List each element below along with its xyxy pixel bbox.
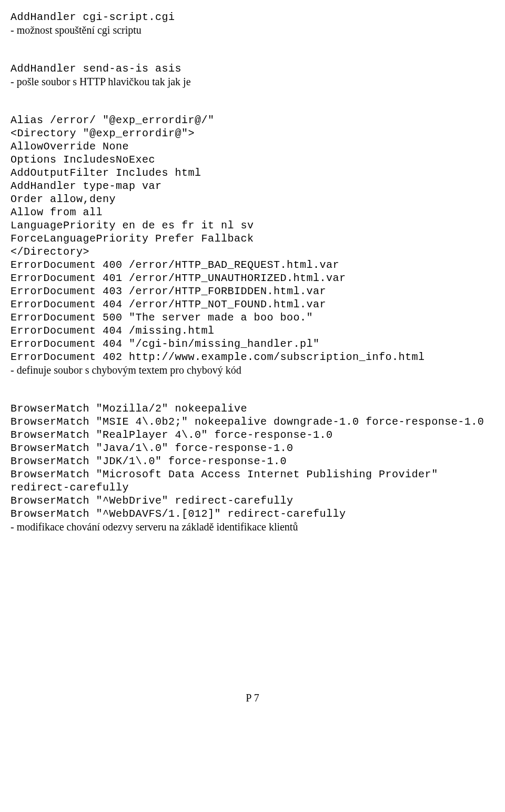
description-line: - definuje soubor s chybovým textem pro … [11, 364, 494, 377]
description-line: - pošle soubor s HTTP hlavičkou tak jak … [11, 75, 494, 88]
code-line: AddHandler cgi-script.cgi [11, 11, 494, 24]
code-line: Alias /error/ "@exp_errordir@/" [11, 114, 494, 127]
code-line: BrowserMatch "^WebDrive" redirect-carefu… [11, 494, 494, 507]
description-line: - možnost spouštění cgi scriptu [11, 24, 494, 37]
code-line: BrowserMatch "JDK/1\.0" force-response-1… [11, 455, 494, 468]
code-line: Options IncludesNoExec [11, 153, 494, 166]
code-line: BrowserMatch "RealPlayer 4\.0" force-res… [11, 428, 494, 442]
code-line: Allow from all [11, 206, 494, 219]
code-line: Order allow,deny [11, 193, 494, 206]
code-line: ErrorDocument 400 /error/HTTP_BAD_REQUES… [11, 258, 494, 272]
code-line: <Directory "@exp_errordir@"> [11, 127, 494, 140]
description-line: - modifikace chování odezvy serveru na z… [11, 520, 494, 534]
code-line: ErrorDocument 402 http://www.example.com… [11, 350, 494, 364]
code-line: ForceLanguagePriority Prefer Fallback [11, 232, 494, 245]
code-line: ErrorDocument 401 /error/HTTP_UNAUTHORIZ… [11, 272, 494, 285]
code-line: ErrorDocument 500 "The server made a boo… [11, 311, 494, 324]
code-line: AllowOverride None [11, 140, 494, 153]
code-line: ErrorDocument 404 /error/HTTP_NOT_FOUND.… [11, 298, 494, 311]
code-line: AddHandler type-map var [11, 179, 494, 193]
code-line: </Directory> [11, 245, 494, 258]
page-number: P 7 [11, 691, 494, 705]
code-line: BrowserMatch "Java/1\.0" force-response-… [11, 442, 494, 455]
code-line: BrowserMatch "^WebDAVFS/1.[012]" redirec… [11, 507, 494, 520]
code-line: AddHandler send-as-is asis [11, 62, 494, 75]
code-line: BrowserMatch "MSIE 4\.0b2;" nokeepalive … [11, 415, 494, 428]
code-line: BrowserMatch "Mozilla/2" nokeepalive [11, 402, 494, 415]
code-line: ErrorDocument 404 /missing.html [11, 324, 494, 337]
code-line: ErrorDocument 404 "/cgi-bin/missing_hand… [11, 337, 494, 350]
code-line: BrowserMatch "Microsoft Data Access Inte… [11, 468, 494, 494]
code-line: AddOutputFilter Includes html [11, 166, 494, 179]
code-line: LanguagePriority en de es fr it nl sv [11, 219, 494, 232]
code-line: ErrorDocument 403 /error/HTTP_FORBIDDEN.… [11, 285, 494, 298]
